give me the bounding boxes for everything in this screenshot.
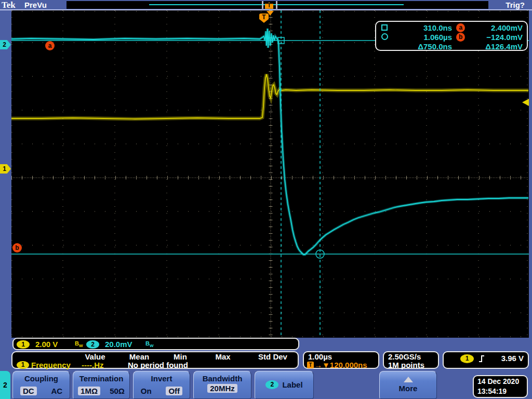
- col-mean: Mean: [124, 352, 155, 361]
- more-button[interactable]: More: [379, 371, 437, 399]
- delay-arrows-icon: →▼: [314, 361, 330, 369]
- coupling-button[interactable]: Coupling DC AC: [12, 371, 70, 399]
- more-label: More: [380, 384, 436, 393]
- sample-rate: 2.50GS/s: [388, 352, 421, 361]
- trigger-flag-icon: T: [265, 2, 273, 9]
- trigger-box: 1 3.96 V: [443, 351, 529, 369]
- waveform-graticule: [11, 10, 529, 338]
- grid-lines: [11, 10, 529, 338]
- label-text: Label: [282, 380, 302, 389]
- cursor-a-badge: a: [456, 23, 465, 32]
- delta-time: Δ750.0ns: [397, 42, 452, 51]
- right-border: [529, 10, 532, 338]
- measurement-channel-badge: 1: [17, 361, 29, 369]
- ch2-trace: [11, 29, 528, 255]
- delay-value: 120.000ns: [330, 361, 367, 369]
- cursor-b-marker[interactable]: b: [12, 243, 22, 252]
- termination-button[interactable]: Termination 1MΩ 50Ω: [73, 371, 130, 399]
- ch1-bandwidth-limit-icon: BW: [75, 340, 83, 348]
- invert-title: Invert: [134, 374, 190, 383]
- col-stddev: Std Dev: [252, 352, 294, 361]
- measurement-name: Frequency: [31, 361, 71, 369]
- cursor-readout-box: 310.0ns a 2.400mV 1.060µs b −124.0mV Δ75…: [375, 21, 528, 51]
- measurement-note: No period found: [128, 361, 188, 369]
- channel-scale-bar: 1 2.00 V BW 2 20.0mV BW: [12, 338, 299, 350]
- col-min: Min: [165, 352, 196, 361]
- col-max: Max: [207, 352, 238, 361]
- cursor1-time: 310.0ns: [397, 23, 452, 32]
- ch2-scale: 20.0mV: [105, 340, 132, 349]
- cursor-a-marker[interactable]: a: [45, 41, 55, 50]
- cursor1-square-icon: [381, 24, 388, 31]
- timebase-delay: T→▼120.000ns: [307, 361, 367, 369]
- acquisition-mode-label: PreVu: [24, 1, 47, 9]
- cursor-a-value: 2.400mV: [470, 23, 523, 32]
- invert-button[interactable]: Invert On Off: [133, 371, 190, 399]
- datetime-box: 14 Dec 2020 13:54:19: [473, 375, 528, 398]
- date-value: 14 Dec 2020: [477, 377, 519, 385]
- col-value: Value: [79, 352, 111, 361]
- termination-title: Termination: [73, 374, 129, 383]
- trigger-level-arrow-icon[interactable]: [522, 99, 529, 106]
- record-length: 1M points: [388, 361, 424, 369]
- ch2-badge[interactable]: 2: [86, 340, 99, 349]
- trigger-level-value: 3.96 V: [501, 354, 524, 363]
- ch1-trace: [11, 74, 528, 119]
- ch1-scale: 2.00 V: [35, 340, 58, 349]
- measurement-value: ----.Hz: [82, 361, 103, 369]
- top-status-bar: Tek PreVu T Trig?: [0, 0, 532, 10]
- invert-off-option[interactable]: Off: [166, 387, 182, 395]
- cursor2-circle-icon: [381, 33, 388, 40]
- cursor-b-badge: b: [456, 33, 465, 42]
- tek-logo: Tek: [2, 0, 16, 10]
- left-border: [0, 10, 11, 338]
- invert-on-option[interactable]: On: [141, 387, 152, 395]
- trigger-source-badge: 1: [460, 354, 474, 363]
- waveform-plot: [11, 10, 529, 338]
- coupling-ac-option[interactable]: AC: [51, 387, 62, 395]
- cursor2-time: 1.060µs: [397, 33, 452, 42]
- up-arrow-icon: [404, 377, 413, 382]
- trigger-t-icon: T: [307, 362, 314, 368]
- termination-1meg-option[interactable]: 1MΩ: [78, 387, 100, 395]
- acquisition-trigger-marker[interactable]: T: [262, 1, 277, 9]
- acquisition-preview-strip: T: [66, 1, 488, 9]
- ch2-bandwidth-limit-icon: BW: [145, 340, 154, 348]
- sample-rate-box: 2.50GS/s 1M points: [383, 351, 439, 369]
- time-value: 13:54:19: [477, 387, 507, 395]
- ch1-badge[interactable]: 1: [17, 340, 30, 349]
- rising-edge-icon: [478, 354, 485, 363]
- timebase-box: 1.00µs T→▼120.000ns: [303, 351, 379, 369]
- label-channel-badge: 2: [265, 380, 278, 389]
- menu-channel-tab[interactable]: 2: [0, 371, 10, 399]
- coupling-title: Coupling: [13, 374, 70, 383]
- oscilloscope-screen: Tek PreVu T Trig?: [0, 0, 532, 399]
- label-button[interactable]: 2 Label: [255, 371, 314, 399]
- bracket-left-icon: [262, 1, 263, 9]
- measurement-box: Value Mean Min Max Std Dev 1 Frequency -…: [11, 351, 299, 369]
- cursor-b-value: −124.0mV: [470, 33, 523, 42]
- ch2-trace-noise: [11, 29, 528, 255]
- timebase-scale: 1.00µs: [308, 352, 332, 361]
- termination-50ohm-option[interactable]: 50Ω: [110, 387, 125, 395]
- bandwidth-button[interactable]: Bandwidth 20MHz: [193, 371, 251, 399]
- trigger-status-label: Trig?: [506, 1, 525, 9]
- delta-value: Δ126.4mV: [470, 42, 523, 51]
- bandwidth-title: Bandwidth: [194, 374, 251, 383]
- coupling-dc-option[interactable]: DC: [20, 387, 37, 395]
- bracket-right-icon: [276, 1, 277, 9]
- bandwidth-value-option[interactable]: 20MHz: [207, 384, 237, 393]
